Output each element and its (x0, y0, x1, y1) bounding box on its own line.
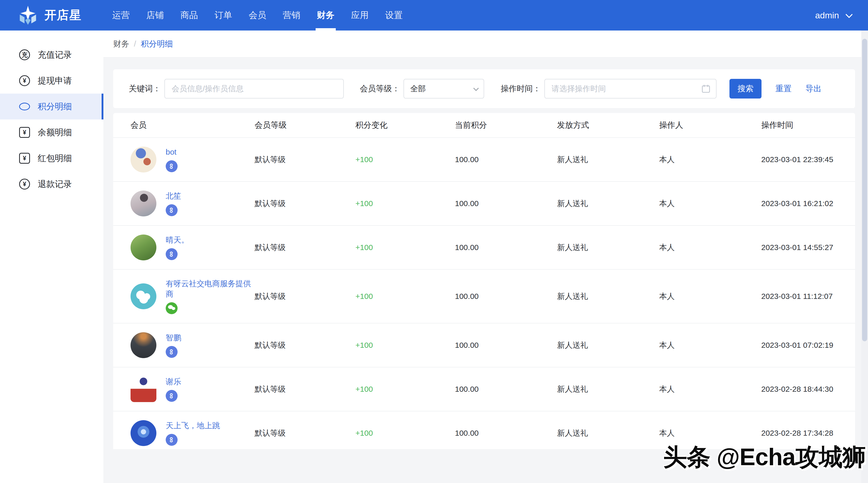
member-level-label: 会员等级： (360, 83, 400, 94)
main-area: 财务 / 积分明细 关键词： 会员等级： 全部 操作时间： (103, 31, 868, 483)
member-name-link[interactable]: 谢乐 (166, 376, 181, 387)
recharge-record-icon (19, 50, 30, 60)
member-level-cell: 默认等级 (255, 384, 355, 395)
operator-cell: 本人 (659, 291, 761, 302)
table-row: 谢乐 默认等级 +100 100.00 新人送礼 本人 2023-02-28 1… (113, 367, 855, 411)
scrollbar-thumb[interactable] (862, 39, 867, 341)
breadcrumb-separator: / (134, 39, 136, 49)
scrollbar-track[interactable] (861, 31, 868, 483)
reset-button[interactable]: 重置 (775, 83, 792, 94)
member-cell: bot (130, 147, 255, 173)
member-avatar (130, 376, 156, 402)
withdraw-apply-icon (19, 75, 30, 86)
member-level-cell: 默认等级 (255, 198, 355, 209)
sidebar-item[interactable]: 提现申请 (0, 68, 103, 94)
table-row: 有呀云社交电商服务提供商 默认等级 +100 100.00 新人送礼 本人 20… (113, 269, 855, 323)
sidebar-item[interactable]: 红包明细 (0, 145, 103, 171)
table-header-cell: 会员等级 (255, 120, 355, 130)
nav-item-label: 运营 (112, 9, 130, 21)
keyword-input[interactable] (164, 79, 344, 98)
table-header-cell: 操作时间 (761, 120, 838, 130)
nav-item[interactable]: 设置 (385, 0, 403, 31)
chevron-down-icon (845, 11, 853, 18)
nav-item-label: 财务 (317, 9, 335, 21)
channel-badge-icon (166, 160, 178, 172)
current-points-cell: 100.00 (455, 243, 557, 252)
operate-time-cell: 2023-03-01 07:02:19 (761, 341, 838, 350)
nav-item[interactable]: 店铺 (146, 0, 164, 31)
operate-time-input[interactable] (545, 79, 716, 98)
sidebar-item-label: 余额明细 (38, 127, 72, 138)
table-header-cell: 发放方式 (557, 120, 659, 130)
operate-time-cell: 2023-03-01 16:21:02 (761, 199, 838, 208)
nav-item[interactable]: 财务 (317, 0, 335, 31)
nav-item[interactable]: 应用 (351, 0, 369, 31)
username: admin (815, 10, 839, 21)
breadcrumb-current: 积分明细 (141, 38, 173, 50)
nav-item[interactable]: 商品 (180, 0, 198, 31)
current-points-cell: 100.00 (455, 385, 557, 394)
channel-badge-icon (166, 248, 178, 260)
member-name-link[interactable]: bot (166, 147, 177, 157)
points-change-cell: +100 (355, 429, 455, 437)
table-row: 晴天。 默认等级 +100 100.00 新人送礼 本人 2023-03-01 … (113, 225, 855, 269)
export-button[interactable]: 导出 (805, 83, 822, 94)
breadcrumb: 财务 / 积分明细 (103, 31, 868, 57)
sidebar-item-label: 退款记录 (38, 178, 72, 190)
nav-item[interactable]: 营销 (283, 0, 300, 31)
current-points-cell: 100.00 (455, 429, 557, 437)
member-name-link[interactable]: 北笙 (166, 191, 181, 201)
table-header-row: 会员会员等级积分变化当前积分发放方式操作人操作时间 (113, 113, 855, 137)
member-name-link[interactable]: 天上飞，地上跳 (166, 420, 220, 431)
member-cell: 智鹏 (130, 332, 255, 358)
operate-time-cell: 2023-02-28 17:34:28 (761, 429, 838, 437)
nav-item[interactable]: 运营 (112, 0, 130, 31)
top-navbar: 开店星 运营 店铺 商品 订单 会员 营销 财务 应用 设置 admin (0, 0, 868, 31)
member-level-cell: 默认等级 (255, 242, 355, 253)
operate-time-cell: 2023-03-01 11:12:07 (761, 292, 838, 301)
member-level-value: 全部 (410, 84, 426, 94)
points-change-cell: +100 (355, 243, 455, 252)
calendar-icon[interactable] (702, 84, 710, 93)
member-name-link[interactable]: 有呀云社交电商服务提供商 (166, 278, 251, 299)
channel-badge-icon (166, 346, 178, 358)
search-button[interactable]: 搜索 (730, 79, 762, 98)
member-cell: 有呀云社交电商服务提供商 (130, 278, 255, 314)
nav-item-label: 应用 (351, 9, 369, 21)
keyword-label: 关键词： (129, 83, 161, 94)
nav-item-label: 商品 (180, 9, 198, 21)
user-menu[interactable]: admin (815, 10, 851, 21)
channel-badge-icon (166, 390, 178, 402)
member-avatar (130, 235, 156, 261)
brand-name: 开店星 (44, 7, 82, 23)
nav-item[interactable]: 订单 (215, 0, 232, 31)
sidebar-item[interactable]: 积分明细 (0, 94, 103, 119)
grant-method-cell: 新人送礼 (557, 291, 659, 302)
points-change-cell: +100 (355, 341, 455, 350)
grant-method-cell: 新人送礼 (557, 154, 659, 165)
breadcrumb-section[interactable]: 财务 (113, 38, 129, 50)
sidebar-item[interactable]: 充值记录 (0, 42, 103, 68)
member-level-cell: 默认等级 (255, 291, 355, 302)
sidebar-item-label: 红包明细 (38, 153, 72, 164)
filter-bar: 关键词： 会员等级： 全部 操作时间： 搜索 重置 (113, 69, 855, 108)
member-level-select[interactable]: 全部 (403, 79, 484, 98)
channel-badge-icon (166, 434, 178, 446)
member-cell: 谢乐 (130, 376, 255, 402)
member-level-cell: 默认等级 (255, 154, 355, 165)
grant-method-cell: 新人送礼 (557, 428, 659, 439)
member-name-link[interactable]: 晴天。 (166, 235, 189, 245)
sidebar-item[interactable]: 余额明细 (0, 119, 103, 145)
primary-nav: 运营 店铺 商品 订单 会员 营销 财务 应用 设置 (112, 0, 403, 31)
channel-badge-icon (166, 302, 178, 314)
table-row: bot 默认等级 +100 100.00 新人送礼 本人 2023-03-01 … (113, 137, 855, 181)
watermark-text: 头条 @Echa攻城狮 (663, 441, 866, 473)
operator-cell: 本人 (659, 384, 761, 395)
nav-item[interactable]: 会员 (249, 0, 266, 31)
grant-method-cell: 新人送礼 (557, 198, 659, 209)
sidebar-item[interactable]: 退款记录 (0, 171, 103, 197)
member-avatar (130, 332, 156, 358)
current-points-cell: 100.00 (455, 292, 557, 301)
member-name-link[interactable]: 智鹏 (166, 333, 181, 343)
points-change-cell: +100 (355, 155, 455, 164)
